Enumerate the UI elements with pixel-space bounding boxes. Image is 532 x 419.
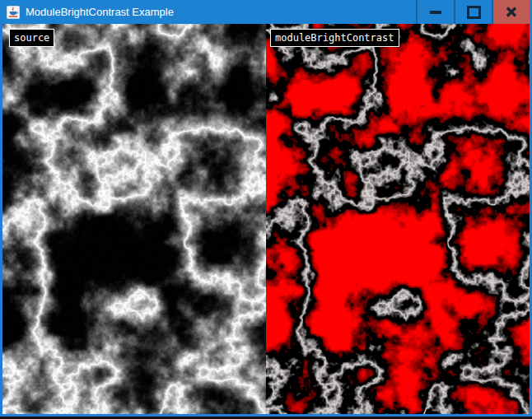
minimize-icon [430,11,441,14]
maximize-icon [467,6,481,19]
close-icon [506,7,517,17]
window-border-left [0,24,2,417]
processed-image [266,24,530,414]
app-window: ModuleBrightContrast Example source modu… [0,0,532,419]
source-image [2,24,266,414]
maximize-button[interactable] [454,0,492,24]
processed-label: moduleBrightContrast [270,29,399,47]
close-button[interactable] [492,0,530,24]
source-label: source [9,29,54,47]
titlebar[interactable]: ModuleBrightContrast Example [0,0,532,24]
processed-panel: moduleBrightContrast [266,24,530,414]
source-panel: source [2,24,266,414]
window-controls [416,0,530,24]
content-area: source moduleBrightContrast [2,24,530,414]
java-app-icon[interactable] [7,6,20,19]
minimize-button[interactable] [416,0,454,24]
java-coffee-cup-icon [7,6,20,19]
